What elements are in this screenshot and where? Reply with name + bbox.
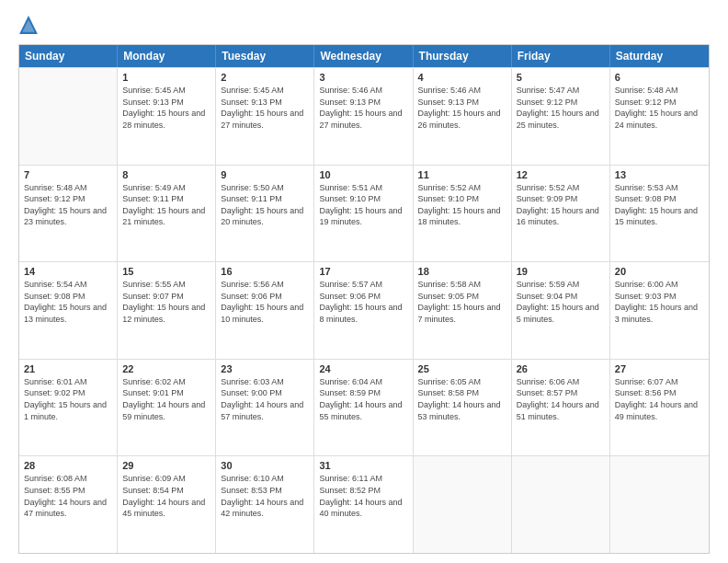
day-number: 17 xyxy=(319,266,407,277)
week-row-3: 14Sunrise: 5:54 AM Sunset: 9:08 PM Dayli… xyxy=(19,261,709,359)
cal-cell-4-4 xyxy=(414,456,512,553)
day-info: Sunrise: 5:59 AM Sunset: 9:04 PM Dayligh… xyxy=(517,279,605,325)
cal-cell-0-6: 6Sunrise: 5:48 AM Sunset: 9:12 PM Daylig… xyxy=(610,68,709,165)
cal-cell-1-1: 8Sunrise: 5:49 AM Sunset: 9:11 PM Daylig… xyxy=(118,166,216,262)
day-number: 4 xyxy=(418,72,506,83)
cal-cell-0-3: 3Sunrise: 5:46 AM Sunset: 9:13 PM Daylig… xyxy=(314,68,413,165)
day-number: 14 xyxy=(24,266,112,277)
cal-cell-1-3: 10Sunrise: 5:51 AM Sunset: 9:10 PM Dayli… xyxy=(314,166,413,262)
day-number: 28 xyxy=(24,460,112,471)
day-number: 25 xyxy=(418,363,506,374)
day-number: 26 xyxy=(517,363,605,374)
day-info: Sunrise: 5:48 AM Sunset: 9:12 PM Dayligh… xyxy=(615,85,704,131)
cal-cell-3-2: 23Sunrise: 6:03 AM Sunset: 9:00 PM Dayli… xyxy=(216,360,314,456)
day-info: Sunrise: 5:54 AM Sunset: 9:08 PM Dayligh… xyxy=(24,279,112,325)
day-number: 1 xyxy=(122,72,210,83)
day-info: Sunrise: 6:02 AM Sunset: 9:01 PM Dayligh… xyxy=(122,376,210,422)
cal-cell-4-0: 28Sunrise: 6:08 AM Sunset: 8:55 PM Dayli… xyxy=(19,456,118,553)
day-info: Sunrise: 6:03 AM Sunset: 9:00 PM Dayligh… xyxy=(221,376,309,422)
day-info: Sunrise: 5:51 AM Sunset: 9:10 PM Dayligh… xyxy=(319,182,407,228)
col-sunday: Sunday xyxy=(19,45,118,67)
cal-cell-1-0: 7Sunrise: 5:48 AM Sunset: 9:12 PM Daylig… xyxy=(19,166,118,262)
cal-cell-2-5: 19Sunrise: 5:59 AM Sunset: 9:04 PM Dayli… xyxy=(512,262,610,359)
day-info: Sunrise: 5:49 AM Sunset: 9:11 PM Dayligh… xyxy=(122,182,210,228)
day-info: Sunrise: 5:48 AM Sunset: 9:12 PM Dayligh… xyxy=(24,182,112,228)
day-info: Sunrise: 5:58 AM Sunset: 9:05 PM Dayligh… xyxy=(418,279,506,325)
cal-cell-2-1: 15Sunrise: 5:55 AM Sunset: 9:07 PM Dayli… xyxy=(118,262,216,359)
cal-cell-2-6: 20Sunrise: 6:00 AM Sunset: 9:03 PM Dayli… xyxy=(610,262,709,359)
day-number: 5 xyxy=(517,72,605,83)
day-info: Sunrise: 5:46 AM Sunset: 9:13 PM Dayligh… xyxy=(418,85,506,131)
day-number: 9 xyxy=(221,169,309,180)
logo xyxy=(18,15,42,35)
week-row-2: 7Sunrise: 5:48 AM Sunset: 9:12 PM Daylig… xyxy=(19,165,709,262)
day-info: Sunrise: 6:08 AM Sunset: 8:55 PM Dayligh… xyxy=(24,473,112,519)
cal-cell-0-0 xyxy=(19,68,118,165)
day-info: Sunrise: 5:52 AM Sunset: 9:09 PM Dayligh… xyxy=(517,182,605,228)
cal-cell-3-6: 27Sunrise: 6:07 AM Sunset: 8:56 PM Dayli… xyxy=(610,360,709,456)
day-info: Sunrise: 6:01 AM Sunset: 9:02 PM Dayligh… xyxy=(24,376,112,422)
day-info: Sunrise: 6:04 AM Sunset: 8:59 PM Dayligh… xyxy=(319,376,407,422)
day-number: 2 xyxy=(221,72,309,83)
cal-cell-0-2: 2Sunrise: 5:45 AM Sunset: 9:13 PM Daylig… xyxy=(216,68,314,165)
week-row-5: 28Sunrise: 6:08 AM Sunset: 8:55 PM Dayli… xyxy=(19,455,709,553)
cal-cell-4-5 xyxy=(512,456,610,553)
day-info: Sunrise: 6:07 AM Sunset: 8:56 PM Dayligh… xyxy=(615,376,704,422)
day-info: Sunrise: 6:10 AM Sunset: 8:53 PM Dayligh… xyxy=(221,473,309,519)
cal-cell-2-4: 18Sunrise: 5:58 AM Sunset: 9:05 PM Dayli… xyxy=(414,262,512,359)
day-info: Sunrise: 5:45 AM Sunset: 9:13 PM Dayligh… xyxy=(122,85,210,131)
week-row-4: 21Sunrise: 6:01 AM Sunset: 9:02 PM Dayli… xyxy=(19,359,709,456)
header xyxy=(18,15,710,35)
day-number: 29 xyxy=(122,460,210,471)
cal-cell-4-1: 29Sunrise: 6:09 AM Sunset: 8:54 PM Dayli… xyxy=(118,456,216,553)
day-number: 6 xyxy=(615,72,704,83)
cal-cell-3-1: 22Sunrise: 6:02 AM Sunset: 9:01 PM Dayli… xyxy=(118,360,216,456)
day-number: 20 xyxy=(615,266,704,277)
page: Sunday Monday Tuesday Wednesday Thursday… xyxy=(0,0,728,563)
cal-cell-2-0: 14Sunrise: 5:54 AM Sunset: 9:08 PM Dayli… xyxy=(19,262,118,359)
cal-cell-3-4: 25Sunrise: 6:05 AM Sunset: 8:58 PM Dayli… xyxy=(414,360,512,456)
day-info: Sunrise: 5:56 AM Sunset: 9:06 PM Dayligh… xyxy=(221,279,309,325)
day-info: Sunrise: 5:50 AM Sunset: 9:11 PM Dayligh… xyxy=(221,182,309,228)
cal-cell-0-5: 5Sunrise: 5:47 AM Sunset: 9:12 PM Daylig… xyxy=(512,68,610,165)
cal-cell-4-3: 31Sunrise: 6:11 AM Sunset: 8:52 PM Dayli… xyxy=(314,456,413,553)
day-info: Sunrise: 5:55 AM Sunset: 9:07 PM Dayligh… xyxy=(122,279,210,325)
col-tuesday: Tuesday xyxy=(216,45,314,67)
day-info: Sunrise: 5:57 AM Sunset: 9:06 PM Dayligh… xyxy=(319,279,407,325)
cal-cell-1-5: 12Sunrise: 5:52 AM Sunset: 9:09 PM Dayli… xyxy=(512,166,610,262)
day-number: 30 xyxy=(221,460,309,471)
cal-cell-3-0: 21Sunrise: 6:01 AM Sunset: 9:02 PM Dayli… xyxy=(19,360,118,456)
cal-cell-1-4: 11Sunrise: 5:52 AM Sunset: 9:10 PM Dayli… xyxy=(414,166,512,262)
day-info: Sunrise: 6:06 AM Sunset: 8:57 PM Dayligh… xyxy=(517,376,605,422)
col-saturday: Saturday xyxy=(610,45,709,67)
cal-cell-3-3: 24Sunrise: 6:04 AM Sunset: 8:59 PM Dayli… xyxy=(314,360,413,456)
day-info: Sunrise: 6:05 AM Sunset: 8:58 PM Dayligh… xyxy=(418,376,506,422)
day-info: Sunrise: 5:52 AM Sunset: 9:10 PM Dayligh… xyxy=(418,182,506,228)
col-thursday: Thursday xyxy=(414,45,512,67)
day-number: 23 xyxy=(221,363,309,374)
day-number: 10 xyxy=(319,169,407,180)
day-number: 7 xyxy=(24,169,112,180)
cal-cell-3-5: 26Sunrise: 6:06 AM Sunset: 8:57 PM Dayli… xyxy=(512,360,610,456)
col-wednesday: Wednesday xyxy=(314,45,413,67)
cal-cell-1-6: 13Sunrise: 5:53 AM Sunset: 9:08 PM Dayli… xyxy=(610,166,709,262)
day-number: 15 xyxy=(122,266,210,277)
day-number: 12 xyxy=(517,169,605,180)
day-info: Sunrise: 5:47 AM Sunset: 9:12 PM Dayligh… xyxy=(517,85,605,131)
day-number: 21 xyxy=(24,363,112,374)
day-number: 18 xyxy=(418,266,506,277)
calendar: Sunday Monday Tuesday Wednesday Thursday… xyxy=(18,44,710,554)
day-info: Sunrise: 6:11 AM Sunset: 8:52 PM Dayligh… xyxy=(319,473,407,519)
cal-cell-2-2: 16Sunrise: 5:56 AM Sunset: 9:06 PM Dayli… xyxy=(216,262,314,359)
col-monday: Monday xyxy=(118,45,216,67)
calendar-header: Sunday Monday Tuesday Wednesday Thursday… xyxy=(19,45,709,67)
cal-cell-2-3: 17Sunrise: 5:57 AM Sunset: 9:06 PM Dayli… xyxy=(314,262,413,359)
day-number: 3 xyxy=(319,72,407,83)
day-number: 16 xyxy=(221,266,309,277)
day-number: 31 xyxy=(319,460,407,471)
day-number: 22 xyxy=(122,363,210,374)
day-number: 24 xyxy=(319,363,407,374)
col-friday: Friday xyxy=(512,45,610,67)
day-number: 19 xyxy=(517,266,605,277)
day-info: Sunrise: 5:45 AM Sunset: 9:13 PM Dayligh… xyxy=(221,85,309,131)
